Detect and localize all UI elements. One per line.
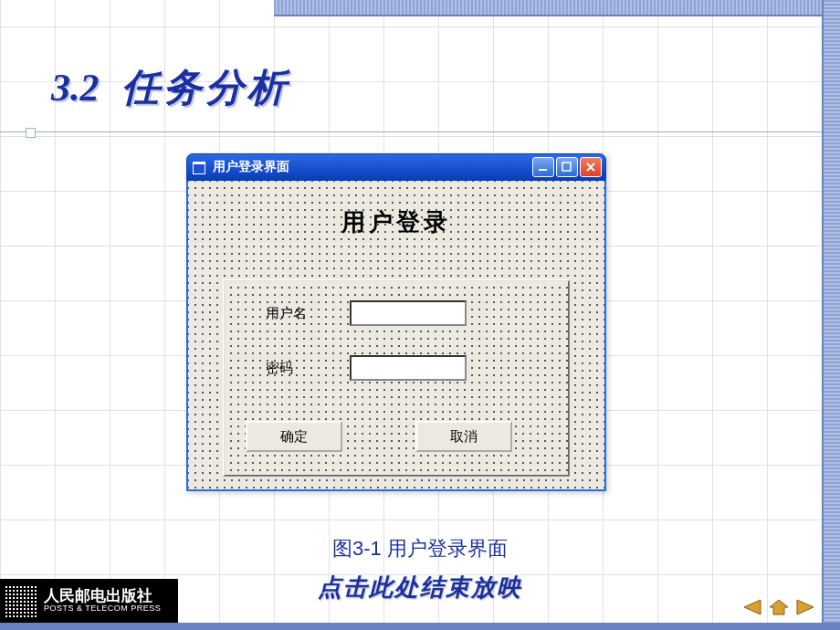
password-row: 密码 <box>266 355 467 381</box>
form-designer-body: 用户登录 用户名 密码 确定 取消 <box>186 181 606 491</box>
publisher-name-cn: 人民邮电出版社 <box>44 588 161 605</box>
minimize-button[interactable] <box>532 157 554 177</box>
decorative-top-bar <box>274 0 822 16</box>
section-number: 3.2 <box>51 66 100 110</box>
publisher-name-en: POSTS & TELECOM PRESS <box>44 604 161 614</box>
publisher-logo-icon <box>5 584 38 617</box>
svg-rect-1 <box>562 163 571 171</box>
svg-marker-4 <box>797 600 814 614</box>
svg-rect-0 <box>539 169 547 171</box>
publisher-text: 人民邮电出版社 POSTS & TELECOM PRESS <box>44 588 161 614</box>
maximize-button[interactable] <box>556 157 578 177</box>
next-slide-button[interactable] <box>794 597 818 617</box>
username-label: 用户名 <box>266 305 350 322</box>
system-menu-icon[interactable] <box>191 161 207 173</box>
ok-button[interactable]: 确定 <box>246 421 342 452</box>
prev-slide-button[interactable] <box>740 597 763 617</box>
figure-caption: 图3-1 用户登录界面 <box>0 535 840 562</box>
form-header-label: 用户登录 <box>203 206 590 238</box>
cancel-button[interactable]: 取消 <box>415 421 512 452</box>
heading-underline <box>0 131 822 132</box>
vb-login-window: 用户登录界面 用户登录 用户名 密码 确定 <box>186 153 606 491</box>
window-title: 用户登录界面 <box>213 159 532 175</box>
slide-navigation <box>740 597 818 617</box>
decorative-bottom-rail <box>0 623 840 630</box>
section-heading: 3.2 任务分析 <box>51 62 289 113</box>
inner-frame: 用户名 密码 确定 取消 <box>223 279 570 477</box>
username-row: 用户名 <box>266 300 467 326</box>
titlebar[interactable]: 用户登录界面 <box>186 153 606 181</box>
svg-marker-2 <box>744 600 761 614</box>
svg-marker-3 <box>770 600 788 614</box>
username-input[interactable] <box>350 300 467 326</box>
close-button[interactable] <box>580 157 602 177</box>
publisher-badge: 人民邮电出版社 POSTS & TELECOM PRESS <box>0 579 178 623</box>
section-title: 任务分析 <box>121 62 289 113</box>
password-label: 密码 <box>266 360 350 377</box>
password-input[interactable] <box>350 355 467 381</box>
button-row: 确定 取消 <box>246 421 512 452</box>
home-slide-button[interactable] <box>767 597 791 617</box>
window-controls <box>532 157 602 177</box>
